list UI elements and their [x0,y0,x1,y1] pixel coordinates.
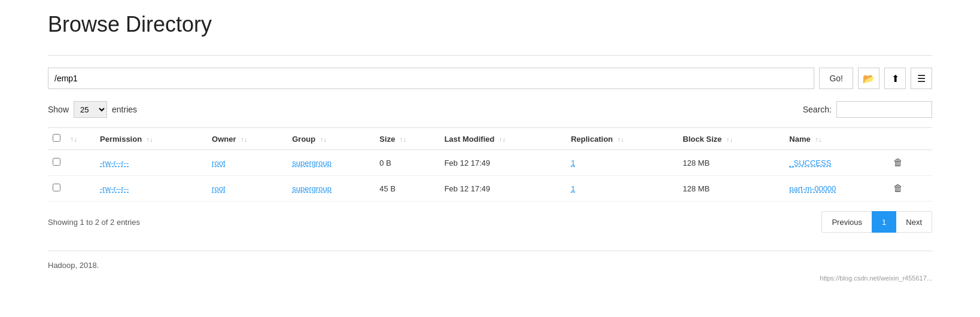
sort-icon-group: ↑↓ [320,136,327,143]
show-entries-control: Show 10 25 50 100 entries [48,101,137,118]
footer-note: Hadoop, 2018. [48,251,932,270]
pagination-controls: Previous 1 Next [821,211,932,233]
row-sort-cell [65,176,95,202]
col-header-name[interactable]: Name ↑↓ [784,128,885,150]
page-1-button[interactable]: 1 [872,211,896,233]
sort-icon-last-modified: ↑↓ [499,136,506,143]
upload-icon: ⬆ [891,73,899,84]
group-link[interactable]: supergroup [292,158,331,167]
table-header-row: ↑↓ Permission ↑↓ Owner ↑↓ Group ↑↓ Size … [48,128,932,150]
col-header-owner[interactable]: Owner ↑↓ [207,128,287,150]
col-header-replication[interactable]: Replication ↑↓ [566,128,678,150]
permission-link[interactable]: -rw-r--r-- [100,158,129,167]
last-modified-cell: Feb 12 17:49 [440,176,567,202]
footer-text: Hadoop, 2018. [48,261,99,270]
search-label: Search: [803,105,832,114]
row-checkbox[interactable] [53,184,60,191]
sort-icon-block-size: ↑↓ [726,136,733,143]
select-all-header [48,128,65,150]
size-cell: 45 B [375,176,439,202]
permission-link[interactable]: -rw-r--r-- [100,184,129,193]
block-size-cell: 128 MB [678,150,784,176]
col-header-permission[interactable]: Permission ↑↓ [95,128,207,150]
name-link[interactable]: part-m-00000 [789,184,836,193]
next-button[interactable]: Next [896,211,932,233]
entries-label: entries [112,105,137,114]
list-icon: ☰ [917,73,926,84]
col-header-actions [885,128,932,150]
col-header-block-size[interactable]: Block Size ↑↓ [678,128,784,150]
row-sort-cell [65,150,95,176]
search-input[interactable] [836,101,932,118]
delete-button[interactable]: 🗑 [890,156,906,169]
col-header-size[interactable]: Size ↑↓ [375,128,439,150]
entries-select[interactable]: 10 25 50 100 [74,101,107,118]
page-title: Browse Directory [48,12,932,37]
list-button[interactable]: ☰ [911,68,932,89]
owner-link[interactable]: root [212,184,225,193]
previous-button[interactable]: Previous [821,211,872,233]
go-button[interactable]: Go! [819,68,853,89]
sort-icon-replication: ↑↓ [617,136,624,143]
col-header-group[interactable]: Group ↑↓ [287,128,375,150]
replication-link[interactable]: 1 [571,158,575,167]
table-row: -rw-r--r--rootsupergroup45 BFeb 12 17:49… [48,176,932,202]
path-toolbar: Go! 📂 ⬆ ☰ [48,55,932,89]
sort-icon: ↑↓ [70,135,77,144]
col-header-last-modified[interactable]: Last Modified ↑↓ [440,128,567,150]
table-controls: Show 10 25 50 100 entries Search: [48,101,932,118]
table-footer: Showing 1 to 2 of 2 entries Previous 1 N… [48,211,932,233]
folder-button[interactable]: 📂 [858,68,879,89]
search-control: Search: [803,101,932,118]
path-input[interactable] [48,68,814,89]
sort-icon-size: ↑↓ [400,136,406,143]
upload-button[interactable]: ⬆ [884,68,906,89]
group-link[interactable]: supergroup [292,184,331,193]
col-header-sort[interactable]: ↑↓ [65,128,95,150]
last-modified-cell: Feb 12 17:49 [440,150,567,176]
folder-icon: 📂 [863,73,875,84]
select-all-checkbox[interactable] [53,134,60,142]
name-link[interactable]: _SUCCESS [789,158,831,167]
show-label: Show [48,105,69,114]
bottom-url: https://blog.csdn.net/weixin_r455617... [48,275,932,282]
delete-button[interactable]: 🗑 [890,182,906,195]
table-row: -rw-r--r--rootsupergroup0 BFeb 12 17:491… [48,150,932,176]
sort-icon-permission: ↑↓ [147,136,153,143]
owner-link[interactable]: root [212,158,225,167]
block-size-cell: 128 MB [678,176,784,202]
sort-icon-owner: ↑↓ [241,136,247,143]
sort-icon-name: ↑↓ [815,136,821,143]
directory-table: ↑↓ Permission ↑↓ Owner ↑↓ Group ↑↓ Size … [48,127,932,202]
size-cell: 0 B [375,150,439,176]
showing-text: Showing 1 to 2 of 2 entries [48,218,140,227]
replication-link[interactable]: 1 [571,184,575,193]
row-checkbox[interactable] [53,158,60,166]
